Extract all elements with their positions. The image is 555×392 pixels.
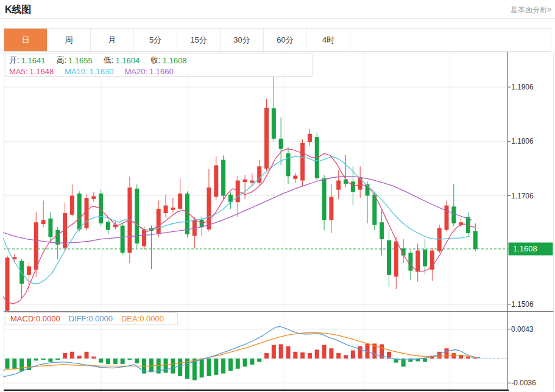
macd-hist-bar [257, 359, 261, 362]
macd-legend-item: DIFF:0.0000 [69, 314, 113, 323]
macd-hist-bar [200, 359, 204, 377]
candle-body [34, 222, 38, 270]
candle-body [85, 198, 89, 228]
macd-legend-item: MACD:0.0000 [10, 314, 60, 323]
macd-hist-bar [272, 345, 276, 359]
candle-body [336, 181, 341, 190]
ma-legend-item: MA20:1.1660 [124, 67, 173, 76]
macd-hist-bar [344, 355, 348, 359]
macd-hist-bar [91, 357, 96, 359]
macd-hist-bar [70, 352, 74, 359]
candle-body [264, 108, 269, 169]
macd-hist-bar [286, 346, 290, 359]
candle-body [293, 175, 297, 178]
candle-body [243, 180, 247, 182]
macd-legend-item: DEA:0.0000 [121, 314, 164, 323]
candle-body [279, 139, 283, 149]
ohlc-legend-item: 低:1.1604 [104, 55, 140, 66]
price-tick-label: 1.1806 [511, 137, 534, 145]
price-legend-box: 开:1.1641高:1.1655低:1.1604收:1.1608 MA5:1.1… [5, 54, 313, 77]
macd-hist-bar [293, 352, 297, 359]
price-tick-label: 1.1906 [511, 83, 534, 91]
macd-hist-bar [5, 359, 10, 369]
macd-hist-bar [135, 359, 139, 363]
candle-body [171, 208, 175, 210]
macd-hist-bar [214, 359, 218, 375]
macd-hist-bar [164, 359, 168, 373]
candle-body [135, 189, 139, 243]
macd-hist-bar [19, 359, 24, 371]
macd-hist-bar [178, 359, 182, 376]
macd-hist-bar [34, 359, 38, 360]
macd-hist-bar [336, 353, 341, 359]
candle-body [308, 134, 312, 142]
candle-body [286, 153, 290, 176]
macd-hist-bar [243, 359, 247, 366]
ma-legend-item: MA5:1.1648 [9, 67, 54, 76]
last-price-badge-label: 1.1608 [513, 244, 537, 253]
candle-body [387, 240, 391, 275]
macd-hist-bar [250, 359, 254, 365]
candle-body [445, 206, 449, 230]
ma-legend-item: MA10:1.1630 [65, 67, 113, 76]
candle-body [372, 195, 376, 225]
ma-legend: MA5:1.1648MA10:1.1630MA20:1.1660 [9, 66, 312, 77]
macd-hist-bar [85, 352, 89, 359]
macd-hist-bar [157, 359, 161, 374]
macd-hist-bar [264, 353, 269, 359]
ohlc-legend-item: 高:1.1655 [56, 55, 92, 66]
candle-body [322, 178, 327, 220]
macd-hist-bar [12, 359, 16, 369]
macd-hist-bar [279, 345, 283, 359]
candle-body [207, 187, 211, 229]
macd-hist-bar [55, 359, 60, 360]
dea-line [3, 333, 480, 370]
macd-hist-bar [221, 359, 225, 374]
candle-body [157, 209, 161, 234]
ohlc-legend: 开:1.1641高:1.1655低:1.1604收:1.1608 [9, 55, 312, 66]
macd-hist-bar [106, 359, 110, 364]
macd-hist-bar [423, 359, 427, 362]
candle-body [394, 241, 398, 276]
candle-body [257, 166, 261, 183]
candle-body [178, 194, 182, 209]
macd-legend: MACD:0.0000DIFF:0.0000DEA:0.0000 [5, 312, 178, 325]
candle-body [329, 197, 333, 220]
plot-bottom-border [4, 390, 509, 391]
macd-hist-bar [41, 359, 46, 360]
macd-hist-bar [63, 353, 67, 359]
macd-hist-bar [315, 349, 319, 359]
candle-body [437, 228, 442, 251]
candle-body [48, 219, 52, 237]
candle-body [272, 108, 276, 139]
macd-tick-label: -0.0036 [511, 379, 536, 387]
macd-hist-bar [300, 352, 305, 359]
candle-body [221, 160, 225, 196]
macd-hist-bar [308, 353, 312, 359]
macd-hist-bar [113, 359, 118, 364]
macd-hist-bar [408, 359, 412, 362]
macd-hist-bar [77, 356, 82, 359]
macd-hist-bar [127, 359, 132, 360]
price-tick-label: 1.1506 [511, 300, 534, 309]
candle-body [164, 206, 168, 213]
candle-body [408, 253, 412, 270]
candle-body [214, 166, 218, 197]
macd-hist-bar [329, 348, 333, 359]
candle-body [121, 226, 125, 253]
candle-body [351, 181, 355, 192]
diff-line [3, 327, 480, 377]
macd-hist-bar [171, 359, 175, 374]
candle-body [451, 206, 456, 223]
macd-hist-bar [149, 359, 154, 372]
candle-body [473, 231, 478, 249]
ma10-line [3, 156, 470, 284]
price-tick-label: 1.1706 [511, 192, 534, 200]
candle-body [27, 267, 31, 275]
macd-hist-bar [121, 359, 125, 364]
macd-hist-bar [358, 346, 362, 359]
macd-hist-bar [322, 345, 327, 359]
macd-hist-bar [351, 351, 355, 359]
ohlc-legend-item: 收:1.1608 [150, 55, 186, 66]
macd-hist-bar [437, 352, 442, 359]
